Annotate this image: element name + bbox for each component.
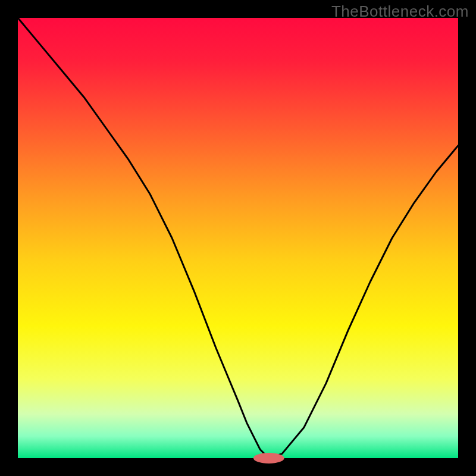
optimal-marker bbox=[253, 453, 284, 464]
chart-frame: TheBottleneck.com bbox=[0, 0, 476, 476]
watermark-text: TheBottleneck.com bbox=[331, 2, 469, 21]
bottleneck-chart bbox=[0, 0, 476, 476]
